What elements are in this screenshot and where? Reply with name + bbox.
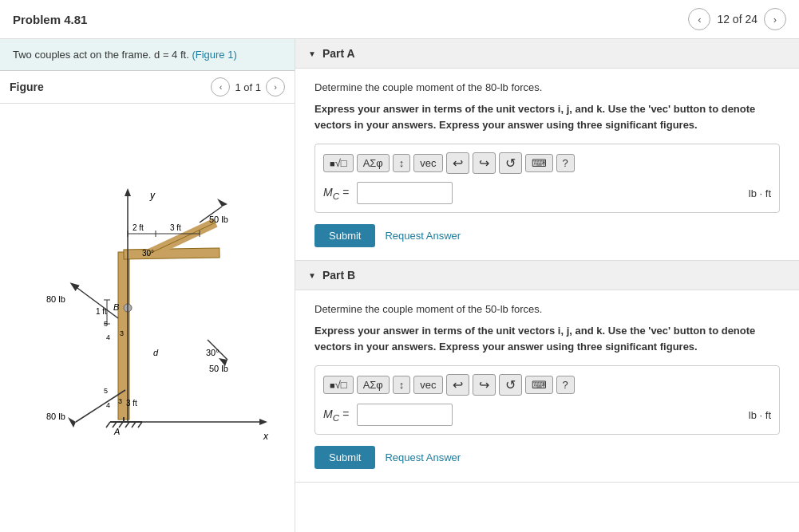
svg-text:80 lb: 80 lb xyxy=(46,412,65,421)
part-b-math-row: MC = lb · ft xyxy=(323,404,771,426)
part-b-alpha-button[interactable]: ΑΣφ xyxy=(357,376,390,394)
part-b-unit: lb · ft xyxy=(749,409,771,421)
part-a-label: Part A xyxy=(322,47,355,60)
part-a-header[interactable]: ▼ Part A xyxy=(295,39,799,69)
svg-text:30°: 30° xyxy=(142,249,154,258)
part-b-vec-button[interactable]: vec xyxy=(413,376,442,394)
svg-marker-18 xyxy=(259,419,267,425)
part-a-submit-button[interactable]: Submit xyxy=(314,224,375,247)
part-a-undo-button[interactable]: ↩ xyxy=(446,152,469,174)
svg-text:50 lb: 50 lb xyxy=(209,364,228,373)
figure-nav: ‹ 1 of 1 › xyxy=(211,77,285,97)
part-b-math-label: MC = xyxy=(323,408,349,423)
figure-counter: 1 of 1 xyxy=(235,81,261,93)
part-a-help-button[interactable]: ? xyxy=(556,154,575,172)
part-b-redo-button[interactable]: ↪ xyxy=(473,374,496,396)
svg-text:5: 5 xyxy=(104,387,108,395)
left-panel: Two couples act on the frame. d = 4 ft. … xyxy=(0,39,295,532)
part-b-collapse-icon: ▼ xyxy=(308,271,316,280)
svg-line-15 xyxy=(138,422,142,428)
svg-marker-20 xyxy=(125,188,131,196)
prev-problem-button[interactable]: ‹ xyxy=(688,8,710,30)
header-nav: ‹ 12 of 24 › xyxy=(688,8,786,30)
svg-text:3 ft: 3 ft xyxy=(126,399,137,408)
figure-header: Figure ‹ 1 of 1 › xyxy=(0,71,295,104)
part-a-math-box: ■√□ ΑΣφ ↕ vec ↩ ↪ ↺ ⌨ ? MC = xyxy=(314,144,780,213)
part-a-refresh-button[interactable]: ↺ xyxy=(499,152,522,174)
part-b-answer-input[interactable] xyxy=(357,404,453,426)
svg-line-10 xyxy=(106,422,110,428)
part-b-content: Determine the couple moment of the 50-lb… xyxy=(295,290,799,482)
part-b-label: Part B xyxy=(322,269,355,282)
problem-title: Problem 4.81 xyxy=(13,13,87,26)
svg-text:y: y xyxy=(149,190,156,201)
svg-text:x: x xyxy=(263,431,269,442)
part-a-symbol-button[interactable]: ■√□ xyxy=(323,154,354,172)
part-a-instruction: Express your answer in terms of the unit… xyxy=(314,101,780,132)
part-a-keyboard-button[interactable]: ⌨ xyxy=(525,154,553,172)
part-a-vec-button[interactable]: vec xyxy=(413,154,442,172)
svg-marker-44 xyxy=(68,417,76,428)
part-b-keyboard-button[interactable]: ⌨ xyxy=(525,376,553,394)
part-b-header[interactable]: ▼ Part B xyxy=(295,261,799,290)
svg-text:4: 4 xyxy=(106,333,110,341)
svg-marker-47 xyxy=(217,199,227,207)
part-a-sort-button[interactable]: ↕ xyxy=(393,154,411,172)
svg-text:A: A xyxy=(113,427,120,436)
main-layout: Two couples act on the frame. d = 4 ft. … xyxy=(0,39,799,532)
figure-link[interactable]: (Figure 1) xyxy=(192,49,236,61)
next-figure-button[interactable]: › xyxy=(266,77,285,97)
part-b-instruction: Express your answer in terms of the unit… xyxy=(314,323,780,354)
figure-area: y x B xyxy=(0,104,295,532)
svg-text:50 lb: 50 lb xyxy=(209,215,228,224)
part-a-action-row: Submit Request Answer xyxy=(314,224,780,247)
part-b-math-box: ■√□ ΑΣφ ↕ vec ↩ ↪ ↺ ⌨ ? MC = xyxy=(314,365,780,435)
part-a-description: Determine the couple moment of the 80-lb… xyxy=(314,81,780,93)
part-b-description: Determine the couple moment of the 50-lb… xyxy=(314,303,780,315)
svg-text:3: 3 xyxy=(120,329,124,337)
svg-text:3 ft: 3 ft xyxy=(170,223,181,232)
figure-svg: y x B xyxy=(24,184,271,455)
part-b-symbol-button[interactable]: ■√□ xyxy=(323,376,354,394)
svg-line-14 xyxy=(132,422,136,428)
part-b-action-row: Submit Request Answer xyxy=(314,446,780,469)
svg-line-41 xyxy=(72,284,118,318)
part-b-sort-button[interactable]: ↕ xyxy=(393,376,411,394)
svg-line-13 xyxy=(125,422,129,428)
part-a-alpha-button[interactable]: ΑΣφ xyxy=(357,154,390,172)
svg-text:3: 3 xyxy=(118,397,122,405)
part-b-refresh-button[interactable]: ↺ xyxy=(499,374,522,396)
part-b-toolbar: ■√□ ΑΣφ ↕ vec ↩ ↪ ↺ ⌨ ? xyxy=(323,374,771,396)
part-a-section: ▼ Part A Determine the couple moment of … xyxy=(295,39,799,261)
part-a-redo-button[interactable]: ↪ xyxy=(473,152,496,174)
part-b-section: ▼ Part B Determine the couple moment of … xyxy=(295,261,799,483)
part-a-toolbar: ■√□ ΑΣφ ↕ vec ↩ ↪ ↺ ⌨ ? xyxy=(323,152,771,174)
svg-text:80 lb: 80 lb xyxy=(46,294,65,304)
page-header: Problem 4.81 ‹ 12 of 24 › xyxy=(0,0,799,39)
part-a-collapse-icon: ▼ xyxy=(308,49,316,58)
next-problem-button[interactable]: › xyxy=(764,8,786,30)
part-a-content: Determine the couple moment of the 80-lb… xyxy=(295,69,799,260)
part-a-math-label: MC = xyxy=(323,186,349,201)
part-b-help-button[interactable]: ? xyxy=(556,376,575,394)
svg-text:30°: 30° xyxy=(206,348,220,357)
part-a-request-answer-button[interactable]: Request Answer xyxy=(385,230,461,242)
problem-statement: Two couples act on the frame. d = 4 ft. … xyxy=(0,39,295,71)
part-b-undo-button[interactable]: ↩ xyxy=(446,374,469,396)
part-b-submit-button[interactable]: Submit xyxy=(314,446,375,469)
problem-counter: 12 of 24 xyxy=(717,13,757,26)
figure-label: Figure xyxy=(10,81,44,93)
part-a-math-row: MC = lb · ft xyxy=(323,182,771,204)
part-a-unit: lb · ft xyxy=(749,187,771,199)
svg-text:2 ft: 2 ft xyxy=(133,223,144,232)
part-b-request-answer-button[interactable]: Request Answer xyxy=(385,451,461,463)
problem-text: Two couples act on the frame. d = 4 ft. xyxy=(13,49,189,61)
part-a-answer-input[interactable] xyxy=(357,182,453,204)
svg-rect-3 xyxy=(123,247,219,258)
svg-text:B: B xyxy=(113,302,119,312)
right-panel: ▼ Part A Determine the couple moment of … xyxy=(295,39,799,532)
svg-text:d: d xyxy=(153,348,159,357)
prev-figure-button[interactable]: ‹ xyxy=(211,77,230,97)
svg-text:5: 5 xyxy=(104,320,108,328)
